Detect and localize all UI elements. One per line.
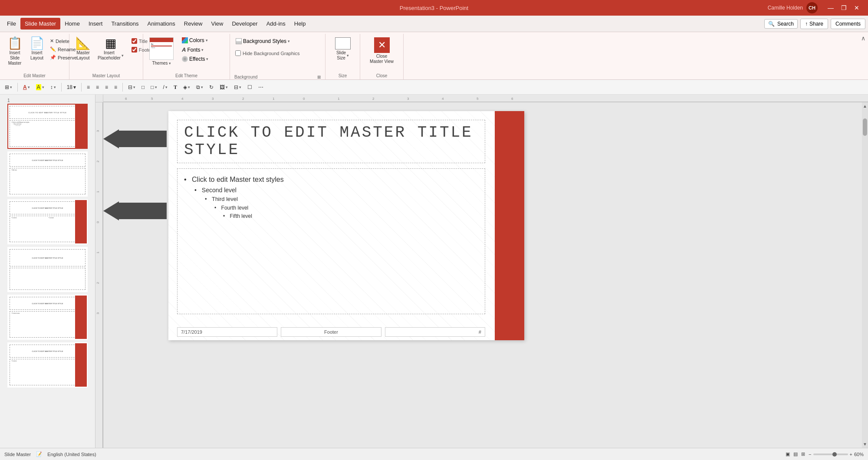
insert-layout-button[interactable]: 📄 InsertLayout [28,36,46,68]
view-slide-sorter-icon[interactable]: ⊞ [801,451,805,457]
themes-button[interactable]: Aa Theme Themes ▾ [147,36,176,68]
menu-review[interactable]: Review [180,18,207,30]
zoom-slider[interactable] [813,453,848,455]
menu-slide-master[interactable]: Slide Master [20,18,60,30]
menu-bar: File Slide Master Home Insert Transition… [0,16,868,32]
menu-animations[interactable]: Animations [143,18,180,30]
fonts-button[interactable]: A Fonts ▾ [180,46,210,54]
master-layout-icon: 📐 [76,37,91,49]
slide-thumbnail-6[interactable]: CLICK TO EDIT MASTER TITLE STYLE • Conte… [7,342,88,388]
arrange-button[interactable]: ⧉ ▾ [194,83,205,92]
effects-button[interactable]: Effects ▾ [180,55,210,63]
background-styles-swatch [236,38,242,44]
background-expand-icon[interactable]: ⊠ [317,75,321,79]
hide-bg-checkbox[interactable] [235,50,241,56]
insert-placeholder-button[interactable]: ▦ InsertPlaceholder ▾ [95,36,126,62]
menu-file[interactable]: File [3,18,20,30]
columns-button[interactable]: ⊟ ▾ [126,83,138,92]
fonts-dropdown-icon: ▾ [201,48,204,52]
rename-icon: ✏️ [50,46,56,52]
more-button[interactable]: ⋯ [256,83,266,92]
slide-thumbnail-4[interactable]: CLICK TO EDIT MASTER TITLE STYLE [7,247,88,292]
insert-layout-label: InsertLayout [30,50,43,61]
v-ruler: 3 2 1 0 1 2 3 [95,102,103,448]
background-content: Background Styles ▾ Hide Background Grap… [233,34,322,75]
slide-thumbnail-1[interactable]: 1 CLICK TO EDIT MASTER TITLE STYLE • Cli… [7,98,88,149]
notes-icon: 📝 [36,451,42,457]
slide-thumbnail-5[interactable]: CLICK TO EDIT MASTER TITLE STYLE • Conte… [7,295,88,340]
slide-size-button[interactable]: SlideSize ▾ [332,36,353,62]
scroll-up-button[interactable]: ▲ [861,102,868,110]
footer-page-box[interactable]: # [385,327,485,337]
menu-add-ins[interactable]: Add-ins [262,18,290,30]
zoom-plus-button[interactable]: + [850,452,852,457]
content-level4-text: Fourth level [221,205,249,211]
slide-thumbnail-2[interactable]: CLICK TO EDIT MASTER TITLE STYLE • Edit … [7,151,88,197]
title-checkbox[interactable] [132,38,137,44]
background-styles-button[interactable]: Background Styles ▾ [233,37,292,45]
border-button[interactable]: □ [139,83,147,92]
scroll-thumb[interactable] [863,118,867,136]
background-styles-dropdown-icon: ▾ [288,39,290,43]
share-icon: ↑ [805,21,808,27]
restore-button[interactable]: ❐ [838,2,850,14]
slide-thumb-inner-1: CLICK TO EDIT MASTER TITLE STYLE • Click… [7,104,88,149]
hide-bg-checkbox-label[interactable]: Hide Background Graphics [233,49,301,57]
layout-selector[interactable]: ⊞ ▾ [3,83,14,92]
justify-button[interactable]: ≡ [112,83,119,92]
notes-button[interactable]: 📝 [36,451,42,457]
align-left-button[interactable]: ≡ [85,83,92,92]
svg-text:0: 0 [303,97,305,101]
line-selector[interactable]: / ▾ [161,83,170,92]
status-right-area: ▣ ▤ ⊞ − + 60% [786,451,864,457]
footer-date-box[interactable]: 7/17/2019 [177,327,277,337]
menu-home[interactable]: Home [60,18,84,30]
scroll-down-button[interactable]: ▼ [861,440,868,448]
insert-slide-master-button[interactable]: 📋 Insert SlideMaster [3,36,26,68]
slide-content-box[interactable]: • Click to edit Master text styles • Sec… [177,168,485,314]
minimize-button[interactable]: — [825,2,837,14]
font-size-selector[interactable]: 18 ▾ [65,83,78,92]
content-level4: • Fourth level [184,204,478,212]
close-group-label: Close [364,72,400,79]
ribbon-collapse-button[interactable]: ∧ [861,35,865,42]
shape-fill-button[interactable]: ◈ ▾ [181,83,192,92]
view-outline-icon[interactable]: ▤ [793,451,798,457]
text-direction-button[interactable]: ↕ ▾ [48,83,58,92]
view-normal-icon[interactable]: ▣ [786,451,790,457]
slide-viewport[interactable]: CLICK TO EDIT MASTER TITLE STYLE • Click… [103,102,868,448]
master-layout-button[interactable]: 📐 MasterLayout [73,36,93,62]
menu-help[interactable]: Help [290,18,310,30]
menu-transitions[interactable]: Transitions [107,18,143,30]
align-objects-button[interactable]: ⊟ ▾ [232,83,243,92]
ribbon-group-master-layout: 📐 MasterLayout ▦ InsertPlaceholder ▾ Tit… [69,34,143,79]
close-master-view-button[interactable]: ✕ CloseMaster View [367,36,396,66]
svg-text:5: 5 [151,97,153,101]
highlight-icon: A [36,84,41,90]
align-center-button[interactable]: ≡ [94,83,101,92]
footer-center-box[interactable]: Footer [281,327,381,337]
menu-developer[interactable]: Developer [227,18,262,30]
menu-insert[interactable]: Insert [84,18,107,30]
footers-checkbox[interactable] [132,47,137,53]
zoom-minus-button[interactable]: − [809,452,811,457]
group-button[interactable]: ☐ [245,83,254,92]
align-right-button[interactable]: ≡ [103,83,110,92]
menu-view[interactable]: View [207,18,227,30]
svg-text:0: 0 [96,221,100,223]
close-button[interactable]: ✕ [851,2,863,14]
font-color-button[interactable]: A ▾ [21,83,32,92]
slide-num-1: 1 [7,98,88,103]
share-button[interactable]: ↑ Share [800,19,828,29]
highlight-button[interactable]: A ▾ [34,83,46,92]
comments-button[interactable]: Comments [831,19,865,29]
image-button[interactable]: 🖼 ▾ [217,83,230,92]
vertical-scrollbar[interactable]: ▲ ▼ [862,102,868,448]
shape-selector[interactable]: □ ▾ [148,83,159,92]
slide-thumbnail-3[interactable]: CLICK TO EDIT MASTER TITLE STYLE • Conte… [7,199,88,244]
colors-button[interactable]: Colors ▾ [180,36,210,44]
text-box-button[interactable]: 𝐓 [171,83,179,92]
rotate-button[interactable]: ↻ [207,83,216,92]
search-box[interactable]: 🔍 Search [764,19,798,29]
slide-title-box[interactable]: CLICK TO EDIT MASTER TITLE STYLE [177,120,485,163]
